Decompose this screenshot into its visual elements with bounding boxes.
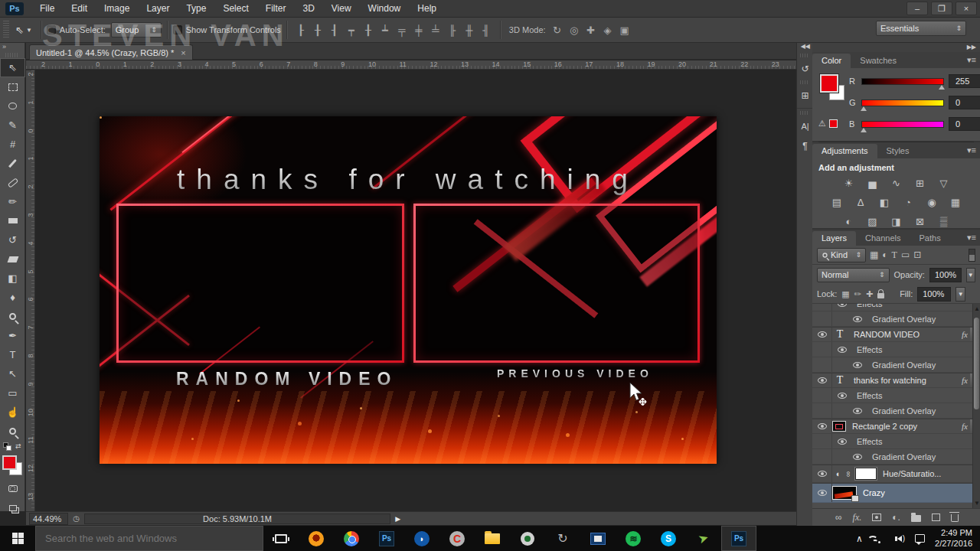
exposure-icon[interactable]: ⊞ (912, 177, 929, 190)
gamut-warning-icon[interactable]: ⚠ (818, 119, 826, 129)
3d-rotate-icon[interactable]: ↻ (549, 24, 566, 36)
gradient-overlay-row[interactable]: Gradient Overlay (812, 403, 980, 419)
brush-tool[interactable]: ✏ (0, 192, 25, 211)
eye-icon[interactable] (838, 347, 847, 353)
scrollbar-thumb[interactable] (974, 318, 979, 409)
eye-icon[interactable] (818, 377, 827, 383)
eraser-tool[interactable] (0, 249, 25, 269)
color-lookup-icon[interactable]: ▦ (947, 196, 964, 209)
distribute-top-edges-icon[interactable]: ╤ (394, 24, 410, 36)
webcam-app-button[interactable] (510, 526, 545, 551)
tab-color[interactable]: Color (812, 54, 851, 68)
volume-icon[interactable]: ) (895, 534, 905, 543)
filter-adjustment-layers-icon[interactable]: ◐ (882, 249, 887, 260)
eye-icon[interactable] (818, 331, 827, 337)
red-value[interactable]: 255 (949, 74, 980, 88)
properties-panel-icon[interactable]: ⊞ (797, 86, 813, 106)
clock[interactable]: 2:49 PM 2/27/2016 (935, 528, 972, 549)
photo-filter-icon[interactable]: ◔ (900, 196, 916, 209)
layer-mask-thumbnail[interactable] (855, 468, 877, 480)
invert-icon[interactable]: ◐ (841, 215, 858, 228)
expand-panels-icon[interactable]: ▶▶ (812, 43, 980, 52)
align-left-edges-icon[interactable]: ┠ (292, 24, 309, 36)
black-white-icon[interactable]: ◧ (876, 196, 893, 209)
align-bottom-edges-icon[interactable]: ┷ (377, 24, 394, 36)
wifi-icon[interactable] (873, 534, 885, 543)
eye-icon[interactable] (818, 423, 827, 429)
gradient-overlay-row[interactable]: Gradient Overlay (812, 357, 980, 373)
menu-item[interactable]: 3D (294, 3, 322, 14)
panel-menu-icon[interactable]: ▾≡ (967, 145, 976, 155)
minimize-button[interactable]: – (906, 2, 928, 15)
hand-tool[interactable]: ☝ (0, 403, 25, 422)
panel-menu-icon[interactable]: ▾≡ (967, 55, 976, 65)
blur-tool[interactable]: ♦ (0, 288, 25, 307)
new-group-icon[interactable] (911, 515, 921, 522)
effects-row[interactable]: Effects (812, 342, 980, 357)
effects-row[interactable]: Effects (812, 388, 980, 403)
document-tab[interactable]: Untitled-1 @ 44.5% (Crazy, RGB/8) * × (29, 44, 193, 60)
path-selection-tool[interactable]: ↖ (0, 364, 25, 383)
eye-icon[interactable] (853, 408, 862, 414)
lock-all-icon[interactable] (877, 293, 884, 298)
character-panel-icon[interactable]: A| (797, 116, 813, 136)
distribute-right-edges-icon[interactable]: ╢ (478, 24, 495, 36)
foreground-background-swatch[interactable] (2, 455, 24, 478)
brightness-contrast-icon[interactable]: ☀ (841, 177, 858, 190)
3d-drag-icon[interactable]: ✚ (583, 24, 599, 36)
collapse-panels-icon[interactable]: ◀◀ (797, 43, 812, 52)
video-app-button[interactable] (580, 526, 616, 551)
paragraph-panel-icon[interactable]: ¶ (797, 136, 813, 156)
close-button[interactable]: × (956, 2, 977, 15)
fill-dropdown-arrow[interactable]: ▼ (956, 287, 965, 302)
blue-slider[interactable] (861, 121, 944, 128)
panel-menu-icon[interactable]: ▾≡ (967, 233, 976, 243)
fill-value[interactable]: 100% (917, 287, 951, 302)
tab-paths[interactable]: Paths (910, 231, 950, 246)
workspace-dropdown[interactable]: Essentials⇕ (876, 21, 966, 36)
restore-button[interactable]: ❐ (931, 2, 952, 15)
threshold-icon[interactable]: ◨ (888, 215, 905, 228)
quick-mask-button[interactable] (0, 479, 25, 498)
fx-badge[interactable]: fx (962, 330, 968, 339)
distribute-bottom-edges-icon[interactable]: ╧ (427, 24, 444, 36)
history-brush-tool[interactable]: ↺ (0, 230, 25, 249)
scroll-up-icon[interactable]: ▲ (974, 305, 980, 312)
menu-item[interactable]: Layer (138, 3, 178, 14)
tab-layers[interactable]: Layers (812, 231, 856, 246)
zoom-level[interactable]: 44.49% (29, 513, 68, 525)
notification-icon[interactable] (915, 534, 925, 543)
screen-mode-button[interactable] (0, 498, 25, 517)
align-top-edges-icon[interactable]: ┯ (343, 24, 360, 36)
green-slider[interactable] (861, 99, 944, 106)
eye-icon[interactable] (818, 471, 827, 477)
distribute-left-edges-icon[interactable]: ╟ (444, 24, 461, 36)
spinner-app-button[interactable]: ↻ (545, 526, 580, 551)
foreground-color-swatch[interactable] (820, 74, 838, 93)
scroll-down-icon[interactable]: ▼ (974, 500, 980, 507)
opacity-dropdown-arrow[interactable]: ▼ (966, 268, 975, 282)
photoshop-button[interactable]: Ps (369, 526, 404, 551)
eye-icon[interactable] (818, 490, 827, 496)
auto-select-group-dropdown[interactable]: Group⇕ (111, 22, 162, 37)
channel-mixer-icon[interactable]: ◉ (923, 196, 940, 209)
photoshop-active-button[interactable]: Ps (721, 526, 756, 551)
align-right-edges-icon[interactable]: ┨ (326, 24, 343, 36)
3d-camera-icon[interactable]: ▣ (616, 24, 633, 36)
layer-row-random-video[interactable]: T RANDOM VIDEO fx ▲ (812, 327, 980, 342)
eye-icon[interactable] (853, 454, 862, 460)
opacity-value[interactable]: 100% (929, 268, 962, 282)
menu-item[interactable]: Select (214, 3, 256, 14)
search-input[interactable] (36, 532, 263, 545)
add-layer-style-icon[interactable]: fx. (853, 513, 862, 522)
file-explorer-button[interactable] (475, 526, 510, 551)
taskbar-search[interactable] (35, 526, 263, 551)
foreground-color-swatch[interactable] (2, 455, 17, 470)
red-slider[interactable] (861, 78, 944, 85)
type-tool[interactable]: T (0, 345, 25, 364)
menu-item[interactable]: Window (360, 3, 410, 14)
pen-tool[interactable]: ✒ (0, 326, 25, 345)
eye-icon[interactable] (853, 316, 862, 322)
eye-icon[interactable] (838, 304, 847, 307)
tab-adjustments[interactable]: Adjustments (812, 144, 877, 158)
